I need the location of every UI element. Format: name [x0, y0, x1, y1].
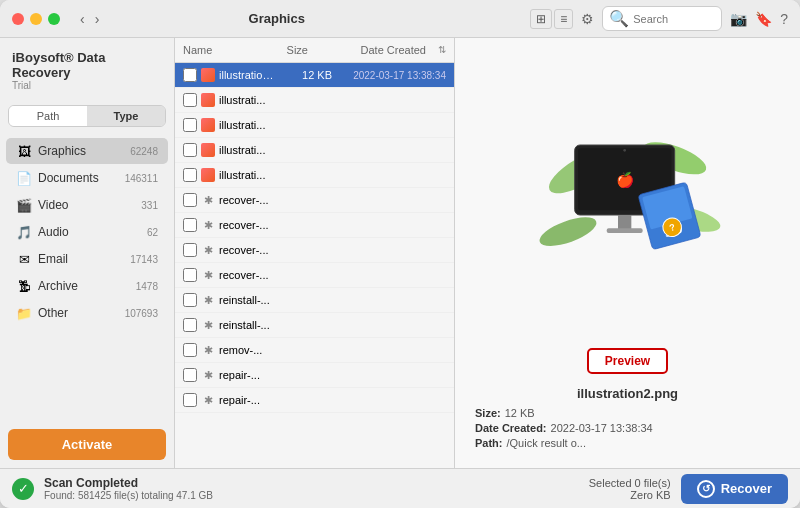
sidebar-tabs: Path Type [8, 105, 166, 127]
video-icon: 🎬 [16, 197, 32, 213]
selected-size: Zero KB [589, 489, 671, 501]
grid-view-button[interactable]: ⊞ [530, 9, 552, 29]
file-type-icon: ✱ [201, 368, 215, 382]
filter-button[interactable]: ⚙ [581, 11, 594, 27]
table-row[interactable]: ✱ recover-... [175, 238, 454, 263]
preview-pane: 🍎 SSD ? [455, 38, 800, 468]
recover-icon: ↺ [697, 480, 715, 498]
table-row[interactable]: illustrati... [175, 113, 454, 138]
table-row[interactable]: ✱ reinstall-... [175, 288, 454, 313]
table-row[interactable]: illustration2.png 12 KB 2022-03-17 13:38… [175, 63, 454, 88]
file-type-icon [201, 168, 215, 182]
file-type-icon: ✱ [201, 318, 215, 332]
file-name: illustrati... [219, 144, 446, 156]
table-row[interactable]: ✱ remov-... [175, 338, 454, 363]
file-checkbox[interactable] [183, 218, 197, 232]
file-checkbox[interactable] [183, 318, 197, 332]
file-checkbox[interactable] [183, 343, 197, 357]
table-row[interactable]: ✱ reinstall-... [175, 313, 454, 338]
file-checkbox[interactable] [183, 193, 197, 207]
table-row[interactable]: illustrati... [175, 88, 454, 113]
table-row[interactable]: illustrati... [175, 138, 454, 163]
scan-title: Scan Completed [44, 476, 579, 490]
file-name: reinstall-... [219, 294, 446, 306]
table-row[interactable]: ✱ repair-... [175, 388, 454, 413]
date-label: Date Created: [475, 422, 547, 434]
file-checkbox[interactable] [183, 93, 197, 107]
file-name: illustrati... [219, 94, 278, 106]
table-row[interactable]: ✱ recover-... [175, 263, 454, 288]
help-icon[interactable]: ? [780, 11, 788, 27]
close-button[interactable] [12, 13, 24, 25]
sidebar-item-documents[interactable]: 📄 Documents 146311 [6, 165, 168, 191]
file-checkbox[interactable] [183, 368, 197, 382]
file-checkbox[interactable] [183, 143, 197, 157]
size-label: Size: [475, 407, 501, 419]
search-box[interactable]: 🔍 [602, 6, 722, 31]
file-checkbox[interactable] [183, 243, 197, 257]
sidebar-item-audio[interactable]: 🎵 Audio 62 [6, 219, 168, 245]
sidebar-item-label: Email [38, 252, 124, 266]
svg-point-2 [536, 211, 600, 252]
preview-image-container: 🍎 SSD ? [467, 50, 788, 340]
file-type-icon: ✱ [201, 393, 215, 407]
table-row[interactable]: ✱ repair-... [175, 363, 454, 388]
file-type-icon: ✱ [201, 268, 215, 282]
list-view-button[interactable]: ≡ [554, 9, 573, 29]
sidebar-item-count: 62 [147, 227, 158, 238]
bookmark-icon[interactable]: 🔖 [755, 11, 772, 27]
col-size-header: Size [258, 44, 308, 56]
svg-text:🍎: 🍎 [615, 171, 634, 189]
file-checkbox[interactable] [183, 293, 197, 307]
sidebar-item-count: 107693 [125, 308, 158, 319]
path-label: Path: [475, 437, 503, 449]
file-type-icon: ✱ [201, 343, 215, 357]
sidebar-item-label: Other [38, 306, 119, 320]
file-name: reinstall-... [219, 319, 446, 331]
path-value: /Quick result o... [507, 437, 586, 449]
sidebar-item-email[interactable]: ✉ Email 17143 [6, 246, 168, 272]
table-row[interactable]: ✱ recover-... [175, 188, 454, 213]
sidebar-item-archive[interactable]: 🗜 Archive 1478 [6, 273, 168, 299]
file-name: illustration2.png [219, 69, 278, 81]
file-name: recover-... [219, 244, 446, 256]
svg-rect-8 [606, 228, 642, 233]
col-date-header: Date Created [316, 44, 426, 56]
sidebar-item-label: Audio [38, 225, 141, 239]
sidebar-item-count: 1478 [136, 281, 158, 292]
size-value: 12 KB [505, 407, 535, 419]
sidebar-item-other[interactable]: 📁 Other 107693 [6, 300, 168, 326]
tab-path[interactable]: Path [9, 106, 87, 126]
recover-button[interactable]: ↺ Recover [681, 474, 788, 504]
file-checkbox[interactable] [183, 168, 197, 182]
file-rows: illustration2.png 12 KB 2022-03-17 13:38… [175, 63, 454, 468]
sidebar-item-count: 146311 [125, 173, 158, 184]
table-row[interactable]: illustrati... [175, 163, 454, 188]
titlebar-right: ⊞ ≡ ⚙ 🔍 📷 🔖 ? [530, 6, 788, 31]
activate-button[interactable]: Activate [8, 429, 166, 460]
file-checkbox[interactable] [183, 118, 197, 132]
file-checkbox[interactable] [183, 68, 197, 82]
content-area: Name Size Date Created ⇅ illustration2.p… [175, 38, 800, 468]
file-name: repair-... [219, 394, 446, 406]
file-name: repair-... [219, 369, 446, 381]
preview-button[interactable]: Preview [587, 348, 668, 374]
sidebar-item-video[interactable]: 🎬 Video 331 [6, 192, 168, 218]
file-type-icon: ✱ [201, 218, 215, 232]
main-window: ‹ › Graphics ⊞ ≡ ⚙ 🔍 📷 🔖 ? iBoy [0, 0, 800, 508]
file-checkbox[interactable] [183, 268, 197, 282]
sidebar-item-graphics[interactable]: 🖼 Graphics 62248 [6, 138, 168, 164]
file-type-icon [201, 143, 215, 157]
preview-illustration: 🍎 SSD ? [528, 110, 728, 280]
view-toggle: ⊞ ≡ [530, 9, 573, 29]
table-row[interactable]: ✱ recover-... [175, 213, 454, 238]
sidebar-item-count: 17143 [130, 254, 158, 265]
other-icon: 📁 [16, 305, 32, 321]
file-checkbox[interactable] [183, 393, 197, 407]
file-type-icon: ✱ [201, 293, 215, 307]
tab-type[interactable]: Type [87, 106, 165, 126]
search-input[interactable] [633, 13, 723, 25]
file-type-icon: ✱ [201, 193, 215, 207]
file-type-icon [201, 68, 215, 82]
camera-icon[interactable]: 📷 [730, 11, 747, 27]
